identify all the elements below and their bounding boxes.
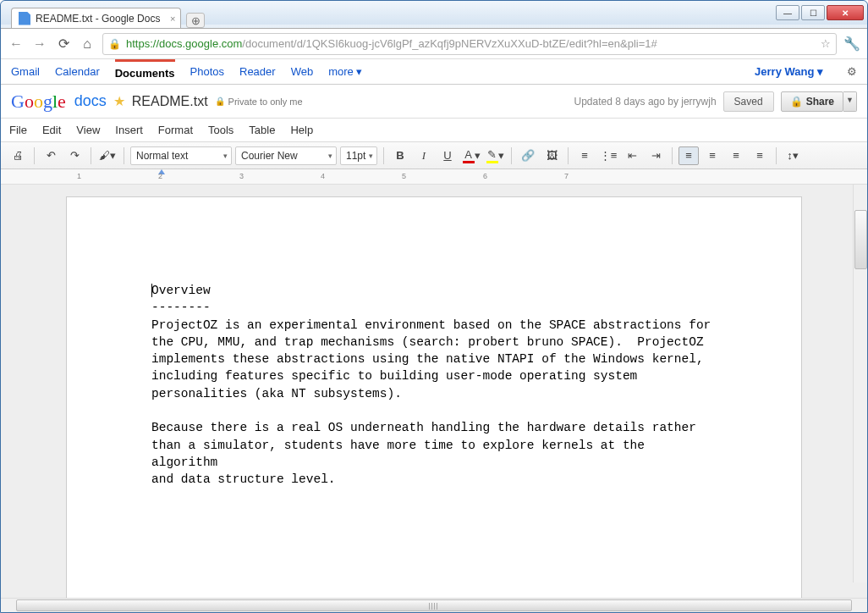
lock-icon: 🔒: [215, 97, 225, 106]
menu-tools[interactable]: Tools: [208, 124, 233, 136]
insert-link-button[interactable]: 🔗: [518, 146, 538, 165]
browser-toolbar: ← → ⟳ ⌂ 🔒 https://docs.google.com/docume…: [1, 29, 867, 59]
vertical-scrollbar[interactable]: [853, 185, 867, 583]
google-bar: Gmail Calendar Documents Photos Reader W…: [1, 59, 867, 85]
document-page[interactable]: Overview -------- ProjectOZ is an experi…: [66, 196, 802, 598]
tab-title: README.txt - Google Docs: [36, 13, 160, 25]
share-button[interactable]: 🔒Share: [781, 91, 843, 112]
menu-format[interactable]: Format: [158, 124, 193, 136]
paragraph-style-dropdown[interactable]: Normal text: [130, 146, 232, 165]
align-justify-button[interactable]: ≡: [750, 146, 770, 165]
docs-label: docs: [74, 92, 107, 110]
tab-strip: README.txt - Google Docs × ⊕: [1, 4, 867, 28]
numbered-list-button[interactable]: ≡: [574, 146, 595, 165]
browser-chrome: ← → ⟳ ⌂ 🔒 https://docs.google.com/docume…: [1, 28, 867, 612]
gbar-link-gmail[interactable]: Gmail: [11, 65, 40, 78]
tab-close-button[interactable]: ×: [170, 14, 175, 24]
insert-image-button[interactable]: 🖼: [541, 146, 562, 165]
document-canvas[interactable]: Overview -------- ProjectOZ is an experi…: [1, 185, 867, 598]
privacy-indicator[interactable]: 🔒Private to only me: [215, 97, 303, 107]
padlock-icon: 🔒: [790, 96, 803, 108]
bold-button[interactable]: B: [390, 146, 410, 165]
new-tab-button[interactable]: ⊕: [186, 13, 205, 28]
menu-edit[interactable]: Edit: [42, 124, 61, 136]
font-family-dropdown[interactable]: Courier New: [235, 146, 337, 165]
share-dropdown-button[interactable]: ▼: [843, 91, 857, 112]
hscroll-thumb[interactable]: [16, 599, 852, 611]
increase-indent-button[interactable]: ⇥: [646, 146, 666, 165]
vscroll-thumb[interactable]: [854, 210, 867, 269]
menu-bar: File Edit View Insert Format Tools Table…: [1, 119, 867, 142]
browser-tab[interactable]: README.txt - Google Docs ×: [11, 8, 181, 28]
undo-button[interactable]: ↶: [41, 146, 61, 165]
underline-button[interactable]: U: [437, 146, 458, 165]
document-area: 1 2 3 4 5 6 7 Overview -------- ProjectO…: [1, 169, 867, 612]
star-icon[interactable]: ★: [113, 93, 125, 109]
gbar-link-calendar[interactable]: Calendar: [55, 65, 100, 78]
document-header: Google docs ★ README.txt 🔒Private to onl…: [1, 85, 867, 119]
menu-table[interactable]: Table: [249, 124, 275, 136]
url-text: https://docs.google.com/document/d/1QKSI…: [126, 37, 816, 50]
bulleted-list-button[interactable]: ⋮≡: [598, 146, 618, 165]
italic-button[interactable]: I: [414, 146, 434, 165]
print-button[interactable]: 🖨: [8, 146, 28, 165]
line-spacing-button[interactable]: ↕▾: [783, 146, 803, 165]
align-left-button[interactable]: ≡: [678, 146, 699, 165]
ruler[interactable]: 1 2 3 4 5 6 7: [1, 169, 867, 185]
browser-window: README.txt - Google Docs × ⊕ ← → ⟳ ⌂ 🔒 h…: [0, 0, 868, 613]
lock-icon: 🔒: [108, 38, 121, 50]
gbar-link-documents[interactable]: Documents: [115, 59, 175, 80]
paint-format-button[interactable]: 🖌▾: [97, 146, 118, 165]
gbar-link-more[interactable]: more ▾: [328, 65, 362, 78]
wrench-menu-button[interactable]: 🔧: [843, 36, 860, 52]
font-size-dropdown[interactable]: 11pt: [340, 146, 377, 165]
redo-button[interactable]: ↷: [64, 146, 85, 165]
google-logo: Google: [11, 91, 66, 113]
highlight-color-button[interactable]: ✎▾: [485, 146, 505, 165]
saved-button[interactable]: Saved: [723, 91, 774, 112]
menu-file[interactable]: File: [9, 124, 27, 136]
gbar-link-reader[interactable]: Reader: [239, 65, 276, 78]
reload-button[interactable]: ⟳: [55, 36, 72, 52]
document-title[interactable]: README.txt: [132, 94, 208, 109]
bookmark-star-icon[interactable]: ☆: [821, 37, 831, 50]
url-bar[interactable]: 🔒 https://docs.google.com/document/d/1QK…: [102, 33, 837, 55]
align-center-button[interactable]: ≡: [702, 146, 722, 165]
decrease-indent-button[interactable]: ⇤: [622, 146, 642, 165]
gbar-link-web[interactable]: Web: [291, 65, 314, 78]
gbar-user[interactable]: Jerry Wang ▾: [755, 65, 823, 78]
menu-help[interactable]: Help: [290, 124, 313, 136]
updated-text: Updated 8 days ago by jerrywjh: [574, 96, 717, 108]
home-button[interactable]: ⌂: [79, 36, 96, 52]
menu-view[interactable]: View: [76, 124, 100, 136]
gbar-link-photos[interactable]: Photos: [190, 65, 224, 78]
align-right-button[interactable]: ≡: [726, 146, 746, 165]
back-button[interactable]: ←: [8, 36, 25, 52]
gbar-gear-icon[interactable]: ⚙: [847, 65, 857, 78]
text-color-button[interactable]: A▾: [461, 146, 481, 165]
forward-button[interactable]: →: [31, 36, 48, 52]
document-icon: [19, 12, 30, 25]
horizontal-scrollbar[interactable]: [1, 598, 867, 612]
document-content[interactable]: Overview -------- ProjectOZ is an experi…: [151, 282, 717, 489]
format-toolbar: 🖨 ↶ ↷ 🖌▾ Normal text Courier New 11pt B …: [1, 142, 867, 169]
menu-insert[interactable]: Insert: [115, 124, 143, 136]
